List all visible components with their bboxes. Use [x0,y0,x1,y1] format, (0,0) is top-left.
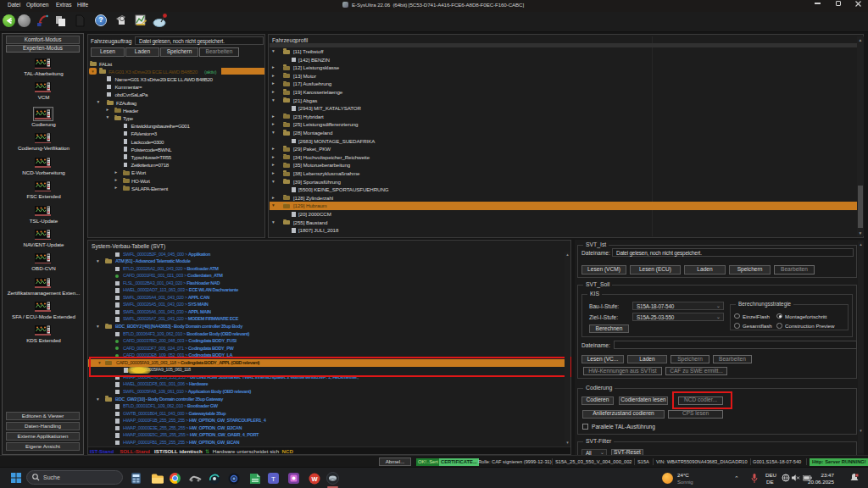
svg-text:W: W [311,475,318,483]
svg-text:T: T [271,475,275,483]
